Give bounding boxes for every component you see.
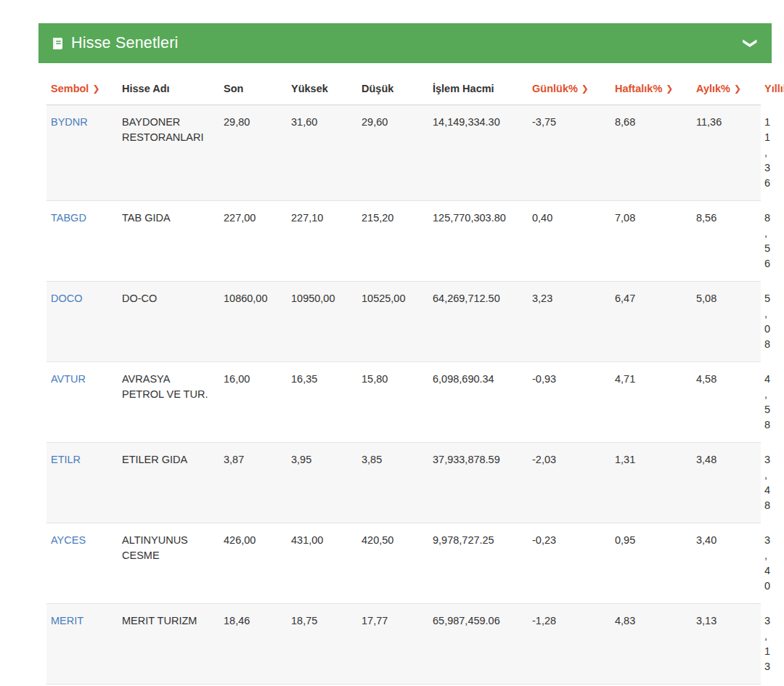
symbol-link[interactable]: AYCES [51, 534, 86, 546]
volume-cell: 6,098,690.34 [428, 362, 528, 443]
table-row: TABGD TAB GIDA 227,00 227,10 215,20 125,… [46, 201, 761, 282]
symbol-link[interactable]: ETILR [51, 454, 81, 465]
monthly-change-cell: 8,56 [692, 201, 760, 282]
daily-change-cell: -0,93 [528, 362, 611, 443]
column-header[interactable]: Yıllık%❯ [760, 72, 761, 105]
column-header[interactable]: Günlük%❯ [528, 72, 611, 105]
volume-cell: 14,149,334.30 [428, 105, 528, 201]
symbol-cell: DOCO [46, 282, 118, 362]
yearly-change-cell: 3,13 [760, 604, 761, 685]
low-price-cell: 17,77 [357, 604, 428, 685]
symbol-link[interactable]: AVTUR [51, 373, 86, 385]
weekly-change-cell: 1,31 [611, 443, 692, 523]
name-cell: DO-CO [118, 282, 219, 362]
daily-change-cell: -3,75 [528, 105, 611, 201]
column-header-label: Sembol [51, 83, 89, 94]
column-header-label: Günlük% [532, 83, 578, 94]
volume-cell: 37,933,878.59 [428, 443, 528, 523]
last-price-cell: 3,87 [219, 443, 287, 523]
weekly-change-cell: 4,71 [611, 362, 692, 443]
table-row: AVTUR AVRASYA PETROL VE TUR. 16,00 16,35… [46, 362, 761, 443]
daily-change-cell: 0,40 [528, 201, 611, 282]
symbol-link[interactable]: DOCO [51, 293, 83, 304]
last-price-cell: 426,00 [219, 523, 287, 604]
weekly-change-cell: 8,68 [611, 105, 692, 201]
panel-title: Hisse Senetleri [71, 34, 179, 52]
sort-chevron-icon: ❯ [581, 83, 589, 94]
weekly-change-cell: 0,95 [611, 523, 692, 604]
column-header: Yüksek [287, 72, 357, 105]
panel-header[interactable]: Hisse Senetleri ❯ [38, 23, 772, 63]
symbol-link[interactable]: MERIT [51, 615, 83, 626]
volume-cell: 65,987,459.06 [428, 604, 528, 685]
high-price-cell: 31,60 [287, 105, 357, 201]
yearly-change-cell: 4,58 [760, 362, 761, 443]
column-header-label: İşlem Hacmi [433, 83, 494, 94]
table-wrap: Sembol❯ Hisse Adı Son Yüksek Düşük İşlem… [38, 63, 772, 686]
monthly-change-cell: 11,36 [692, 105, 760, 201]
last-price-cell: 18,46 [219, 604, 287, 685]
column-header[interactable]: Sembol❯ [46, 72, 118, 105]
column-header[interactable]: Haftalık%❯ [611, 72, 692, 105]
column-header: İşlem Hacmi [428, 72, 528, 105]
low-price-cell: 420,50 [357, 523, 428, 604]
monthly-change-cell: 3,48 [692, 443, 760, 523]
name-cell: ALTINYUNUS CESME [118, 523, 219, 604]
table-row: AYCES ALTINYUNUS CESME 426,00 431,00 420… [46, 523, 761, 604]
column-header-label: Yıllık% [764, 83, 784, 94]
low-price-cell: 3,85 [357, 443, 428, 523]
symbol-cell: AVTUR [46, 362, 118, 443]
symbol-cell: MERIT [46, 604, 118, 685]
sort-chevron-icon: ❯ [734, 83, 741, 94]
symbol-link[interactable]: TABGD [51, 212, 86, 224]
column-header[interactable]: Aylık%❯ [692, 72, 760, 105]
monthly-change-cell: 3,13 [692, 604, 760, 685]
table-row: MERIT MERIT TURIZM 18,46 18,75 17,77 65,… [46, 604, 761, 685]
weekly-change-cell: 6,47 [611, 282, 692, 362]
panel-title-wrap: Hisse Senetleri [52, 34, 179, 52]
yearly-change-cell: 11,36 [760, 105, 761, 201]
symbol-cell: ETILR [46, 443, 118, 523]
table-body: BYDNR BAYDONER RESTORANLARI 29,80 31,60 … [46, 105, 761, 686]
low-price-cell: 29,60 [357, 105, 428, 201]
table-head: Sembol❯ Hisse Adı Son Yüksek Düşük İşlem… [46, 72, 761, 105]
chevron-down-icon[interactable]: ❯ [743, 36, 760, 51]
stocks-table: Sembol❯ Hisse Adı Son Yüksek Düşük İşlem… [46, 72, 761, 686]
volume-cell: 125,770,303.80 [428, 201, 528, 282]
daily-change-cell: 3,23 [528, 282, 611, 362]
weekly-change-cell: 4,83 [611, 604, 692, 685]
daily-change-cell: -0,23 [528, 523, 611, 604]
journal-icon [52, 37, 65, 50]
monthly-change-cell: 3,40 [692, 523, 760, 604]
table-row: DOCO DO-CO 10860,00 10950,00 10525,00 64… [46, 282, 761, 362]
column-header-label: Düşük [362, 83, 393, 94]
name-cell: MERIT TURIZM [118, 604, 219, 685]
high-price-cell: 3,95 [287, 443, 357, 523]
table-row: ETILR ETILER GIDA 3,87 3,95 3,85 37,933,… [46, 443, 761, 523]
column-header-label: Yüksek [291, 83, 328, 94]
yearly-change-cell: 3,48 [760, 443, 761, 523]
column-header-label: Son [224, 83, 243, 94]
symbol-cell: BYDNR [46, 105, 118, 201]
column-header: Düşük [357, 72, 428, 105]
high-price-cell: 18,75 [287, 604, 357, 685]
name-cell: BAYDONER RESTORANLARI [118, 105, 219, 201]
symbol-cell: TABGD [46, 201, 118, 282]
daily-change-cell: -2,03 [528, 443, 611, 523]
column-header-label: Haftalık% [615, 83, 662, 94]
column-header: Hisse Adı [118, 72, 219, 105]
monthly-change-cell: 4,58 [692, 362, 760, 443]
sort-chevron-icon: ❯ [92, 83, 99, 94]
symbol-link[interactable]: BYDNR [51, 116, 88, 128]
yearly-change-cell: 5,08 [760, 282, 761, 362]
header-row: Sembol❯ Hisse Adı Son Yüksek Düşük İşlem… [46, 72, 761, 105]
high-price-cell: 227,10 [287, 201, 357, 282]
name-cell: AVRASYA PETROL VE TUR. [118, 362, 219, 443]
column-header-label: Hisse Adı [122, 83, 170, 94]
low-price-cell: 10525,00 [357, 282, 428, 362]
last-price-cell: 10860,00 [219, 282, 287, 362]
daily-change-cell: -1,28 [528, 604, 611, 685]
last-price-cell: 227,00 [219, 201, 287, 282]
low-price-cell: 215,20 [357, 201, 428, 282]
column-header: Son [219, 72, 287, 105]
